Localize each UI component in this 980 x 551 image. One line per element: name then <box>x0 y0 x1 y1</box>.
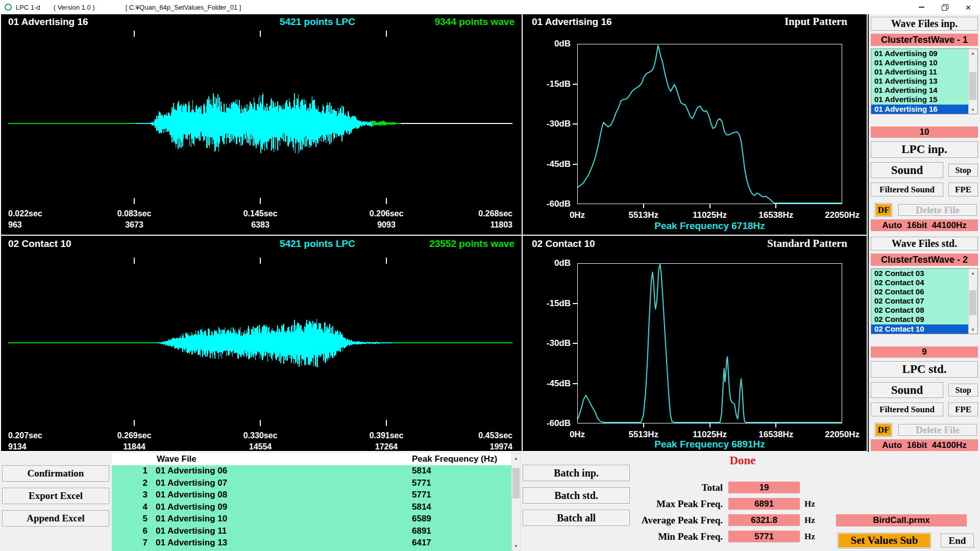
wave-files-std-button[interactable]: Wave Files std. <box>871 237 978 251</box>
status-done: Done <box>692 454 794 467</box>
file-list-item[interactable]: 02 Contact 09 <box>871 315 977 324</box>
time-tick-label: 0.330sec <box>243 431 278 440</box>
table-row[interactable]: 601 Advertising 116891 <box>112 525 511 538</box>
scrollbar-thumb[interactable] <box>969 72 976 100</box>
peak-value-cell: 5814 <box>412 502 431 512</box>
file-list-item[interactable]: 02 Contact 10 <box>871 324 977 334</box>
file-list-item[interactable]: 01 Advertising 16 <box>871 105 977 114</box>
axis-tick <box>643 423 644 428</box>
file-list-item[interactable]: 01 Advertising 13 <box>871 77 977 86</box>
maximize-button[interactable] <box>933 0 957 14</box>
peak-value-cell: 6417 <box>412 538 431 548</box>
axis-tick <box>709 204 710 208</box>
db-tick-label: 0dB <box>527 258 571 268</box>
time-tick-label: 0.269sec <box>117 431 152 440</box>
file-list-item[interactable]: 01 Advertising 10 <box>871 58 977 67</box>
db-tick-label: -60dB <box>527 418 571 429</box>
file-list-item[interactable]: 02 Contact 04 <box>871 278 977 287</box>
table-row[interactable]: 401 Advertising 095814 <box>112 502 511 514</box>
axis-tick <box>775 204 776 208</box>
scrollbar-thumb[interactable] <box>512 468 520 498</box>
close-button[interactable]: × <box>957 0 980 14</box>
file-list-item[interactable]: 02 Contact 07 <box>871 296 977 306</box>
scrollbar-thumb[interactable] <box>969 290 976 315</box>
freq-tick-label: 0Hz <box>570 210 585 220</box>
axis-tick <box>386 198 387 204</box>
list-scrollbar[interactable]: ▲▼ <box>968 269 977 334</box>
sample-tick-label: 9093 <box>377 220 396 230</box>
sample-tick-label: 17264 <box>375 442 398 452</box>
filtered-sound-button-std[interactable]: Filtered Sound <box>871 403 943 416</box>
scroll-down-button[interactable]: ▼ <box>512 542 520 550</box>
wave-files-inp-button[interactable]: Wave Files inp. <box>871 17 978 31</box>
table-row[interactable]: 501 Advertising 106589 <box>112 513 511 525</box>
stop-button-std[interactable]: Stop <box>948 384 978 396</box>
end-button[interactable]: End <box>941 534 974 547</box>
scroll-up-button[interactable]: ▲ <box>969 269 977 277</box>
wave-file-column-header: Wave File <box>157 454 197 464</box>
cluster-name-std: ClusterTestWave - 2 <box>871 254 978 266</box>
fpe-button-std[interactable]: FPE <box>948 403 978 416</box>
table-row[interactable]: 201 Advertising 075771 <box>112 478 511 490</box>
stat-label: Average Peak Freq. <box>602 515 723 526</box>
axis-tick <box>386 420 387 426</box>
scroll-up-button[interactable]: ▲ <box>512 454 520 462</box>
minimize-button[interactable] <box>910 0 933 14</box>
lpc-points-label-std: 5421 points LPC <box>251 238 384 249</box>
row-number: 1 <box>112 466 148 476</box>
spec-title-std: 02 Contact 10 <box>532 238 595 249</box>
file-name-cell: 01 Advertising 06 <box>156 466 227 476</box>
sound-button-std[interactable]: Sound <box>871 382 943 398</box>
db-tick-label: -15dB <box>527 298 571 309</box>
delete-file-button-std[interactable]: Delete File <box>898 424 977 436</box>
table-row[interactable]: 701 Advertising 136417 <box>112 537 511 549</box>
axis-tick <box>134 420 135 426</box>
spectrum-chart-std <box>578 264 842 423</box>
file-list-input[interactable]: 01 Advertising 0901 Advertising 1001 Adv… <box>871 48 978 114</box>
freq-tick-label: 16538Hz <box>758 210 793 220</box>
restore-icon <box>942 4 948 11</box>
spectrum-box-input <box>577 44 842 204</box>
file-list-item[interactable]: 02 Contact 03 <box>871 269 977 278</box>
table-row[interactable]: 301 Advertising 085771 <box>112 489 511 502</box>
file-list-item[interactable]: 01 Advertising 09 <box>871 49 977 58</box>
time-tick-label: 0.145sec <box>243 209 278 218</box>
window-version: ( Version 1.0 ) <box>54 4 95 11</box>
file-list-item[interactable]: 02 Contact 06 <box>871 287 977 296</box>
scroll-down-button[interactable]: ▼ <box>969 325 977 334</box>
peak-frequency-column-header: Peak Frequency (Hz) <box>412 454 497 464</box>
db-tick-label: 0dB <box>527 39 571 49</box>
file-list-item[interactable]: 01 Advertising 15 <box>871 95 977 104</box>
scroll-down-button[interactable]: ▼ <box>969 106 977 114</box>
file-list-std[interactable]: 02 Contact 0302 Contact 0402 Contact 060… <box>871 268 978 334</box>
df-button-input[interactable]: DF <box>875 203 892 217</box>
batch-inp-button[interactable]: Batch inp. <box>523 465 630 481</box>
file-list-item[interactable]: 02 Contact 08 <box>871 306 977 315</box>
results-table: Wave File Peak Frequency (Hz) 101 Advert… <box>112 453 511 551</box>
file-list-item[interactable]: 01 Advertising 11 <box>871 67 977 77</box>
confirmation-button[interactable]: Confirmation <box>2 465 109 482</box>
list-scrollbar[interactable]: ▲▼ <box>968 49 977 114</box>
set-values-sub-button[interactable]: Set Values Sub <box>838 533 931 548</box>
delete-file-button-input[interactable]: Delete File <box>898 204 977 216</box>
append-excel-button[interactable]: Append Excel <box>2 510 109 527</box>
stop-button-input[interactable]: Stop <box>948 164 978 177</box>
table-scrollbar[interactable]: ▲▼ <box>511 453 521 551</box>
fpe-button-input[interactable]: FPE <box>948 183 978 196</box>
sound-button-input[interactable]: Sound <box>871 162 943 178</box>
wave-title-std: 02 Contact 10 <box>8 238 71 249</box>
scroll-up-button[interactable]: ▲ <box>969 49 977 57</box>
bottom-panel: Confirmation Export Excel Append Excel W… <box>0 452 980 551</box>
df-button-std[interactable]: DF <box>875 423 892 437</box>
export-excel-button[interactable]: Export Excel <box>2 488 109 504</box>
wave-points-label-input: 9344 points wave <box>435 16 514 28</box>
lpc-std-button[interactable]: LPC std. <box>871 361 978 378</box>
filtered-sound-button-input[interactable]: Filtered Sound <box>871 183 943 196</box>
file-list-item[interactable]: 01 Advertising 14 <box>871 86 977 95</box>
stat-label: Max Peak Freq. <box>602 498 723 510</box>
sample-tick-label: 3673 <box>125 220 143 230</box>
lpc-inp-button[interactable]: LPC inp. <box>871 141 978 158</box>
axis-tick <box>775 423 776 428</box>
table-row[interactable]: 101 Advertising 065814 <box>112 465 511 478</box>
audio-format-input: Auto 16bit 44100Hz <box>871 219 978 231</box>
